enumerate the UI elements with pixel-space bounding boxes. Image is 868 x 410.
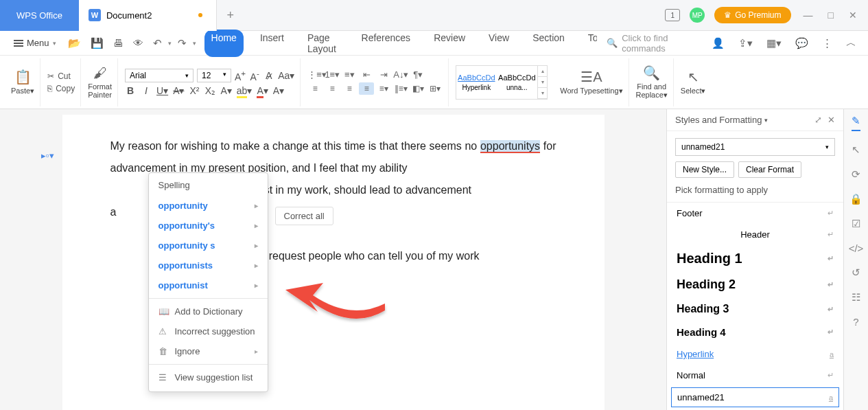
clear-format-icon[interactable]: A̷ [263,70,274,81]
maximize-button[interactable]: □ [825,7,836,23]
paste-button[interactable]: 📋 Paste▾ [11,69,34,95]
line-spacing-button[interactable]: ‖≡▾ [393,82,408,95]
rail-select-icon[interactable]: ↖ [852,144,860,156]
open-icon[interactable]: 📂 [64,35,84,52]
shrink-font-icon[interactable]: A- [249,69,260,82]
share-icon[interactable]: 👤 [708,35,728,52]
numbering-button[interactable]: 1≡▾ [325,69,340,80]
align-center-button[interactable]: ≡ [325,82,340,95]
close-button[interactable]: ✕ [846,7,860,23]
styles-gallery[interactable]: AaBbCcDd Hyperlink AaBbCcDd unna... ▴ ▾ … [456,65,548,100]
change-case-icon[interactable]: Aa▾ [278,70,294,81]
find-replace-button[interactable]: 🔍 Find and Replace▾ [636,65,668,100]
style-normal[interactable]: Normal↵ [667,365,843,386]
tab-tools[interactable]: To‹ › [581,30,597,57]
view-suggestion-list[interactable]: ☰View suggestion list [149,367,268,387]
ignore-suggestion[interactable]: 🗑Ignore▸ [149,341,268,361]
align-justify-button[interactable]: ≡ [359,82,374,95]
rail-history-icon[interactable]: ↺ [852,266,860,279]
suggestion-opportunitys-apostrophe[interactable]: opportunity's▸ [149,216,268,236]
rail-help-icon[interactable]: ? [853,316,858,328]
fill-button[interactable]: ◧▾ [410,82,425,95]
template-icon[interactable]: ▦▾ [763,35,785,52]
go-premium-button[interactable]: ♛Go Premium [714,7,790,23]
print-preview-icon[interactable]: 👁 [130,35,147,51]
styles-expand-button[interactable]: ▾ [538,88,547,99]
suggestion-opportunity-s[interactable]: opportunity s▸ [149,236,268,255]
feedback-icon[interactable]: 💬 [792,35,812,52]
copy-button[interactable]: ⎘Copy [47,84,75,93]
line-break-button[interactable]: ¶▾ [410,69,425,80]
tab-review[interactable]: Review [427,30,472,57]
font-select[interactable]: Arial▾ [125,69,193,82]
tab-view[interactable]: View [482,30,516,57]
format-painter-button[interactable]: 🖌 Format Painter [88,65,112,99]
text-effects-button[interactable]: A▾ [220,85,231,96]
font-size-select[interactable]: 12▾ [197,69,231,82]
suggestion-opportunity[interactable]: opportunity▸ [149,196,268,216]
italic-button[interactable]: I [141,85,152,96]
bullets-button[interactable]: ⋮≡▾ [307,69,322,80]
style-hyperlink[interactable]: AaBbCcDd Hyperlink [456,66,496,99]
rail-clipboard-icon[interactable]: ⟳ [852,168,860,181]
suggestion-opportunist[interactable]: opportunist▸ [149,275,268,295]
word-typesetting-button[interactable]: ☰A Word Typesetting▾ [560,69,622,95]
style-heading-1[interactable]: Heading 1↵ [667,245,843,272]
tab-insert[interactable]: Insert [253,30,291,57]
clear-format-button[interactable]: Clear Format [738,161,801,178]
new-style-button[interactable]: New Style... [675,161,734,178]
misspelled-word[interactable]: opportunitys [480,140,540,153]
decrease-indent-button[interactable]: ⇤ [359,69,374,80]
incorrect-suggestion[interactable]: ⚠Incorrect suggestion [149,321,268,341]
correct-all-button[interactable]: Correct all [275,207,333,225]
export-icon[interactable]: ⇪▾ [735,35,756,52]
pin-icon[interactable]: ⤢ [814,115,822,125]
styles-up-button[interactable]: ▴ [538,66,547,77]
page-side-icon[interactable]: ▸▫▾ [41,150,54,161]
close-panel-icon[interactable]: ✕ [828,115,835,125]
save-icon[interactable]: 💾 [87,35,107,52]
new-tab-button[interactable]: + [217,8,244,23]
menu-button[interactable]: Menu ▾ [8,36,62,50]
window-count-badge[interactable]: 1 [665,9,680,21]
multilevel-button[interactable]: ≡▾ [342,69,357,80]
minimize-button[interactable]: — [801,7,816,23]
style-footer[interactable]: Footer↵ [667,203,843,224]
bold-button[interactable]: B [125,85,136,96]
cut-button[interactable]: ✂Cut [47,71,75,81]
align-left-button[interactable]: ≡ [307,82,322,95]
style-heading-2[interactable]: Heading 2↵ [667,272,843,297]
rail-lock-icon[interactable]: 🔒 [849,193,863,205]
underline-button[interactable]: U▾ [156,85,168,96]
app-tab[interactable]: WPS Office [0,0,79,31]
undo-icon[interactable]: ↶ [150,35,165,52]
increase-indent-button[interactable]: ⇥ [376,69,391,80]
suggestion-opportunists[interactable]: opportunists▸ [149,255,268,275]
page[interactable]: My reason for wishing to make a change a… [62,115,605,410]
tab-page-layout[interactable]: Page Layout [301,30,345,57]
rail-styles-icon[interactable]: ✎ [852,115,860,131]
rail-layout-icon[interactable]: ☷ [852,291,860,304]
shading-button[interactable]: A▾ [273,85,284,96]
style-heading-3[interactable]: Heading 3↵ [667,297,843,321]
tab-references[interactable]: References [355,30,418,57]
highlight-button[interactable]: ab▾ [237,85,253,96]
more-icon[interactable]: ⋮ [819,35,836,52]
collapse-ribbon-icon[interactable]: ︿ [843,34,860,52]
style-heading-4[interactable]: Heading 4↵ [667,321,843,343]
borders-button[interactable]: ⊞▾ [427,82,443,95]
styles-down-button[interactable]: ▾ [538,77,547,88]
user-avatar[interactable]: MP [690,8,705,23]
redo-icon[interactable]: ↷ [174,35,190,52]
strikethrough-button[interactable]: A▾ [173,85,184,96]
style-unnamed[interactable]: AaBbCcDd unna... [497,66,537,99]
add-to-dictionary[interactable]: 📖Add to Dictionary [149,301,268,321]
distribute-button[interactable]: ≡▾ [376,82,391,95]
rail-form-icon[interactable]: ☑ [852,218,860,230]
tab-section[interactable]: Section [526,30,572,57]
style-header[interactable]: Header↵ [667,224,843,245]
align-right-button[interactable]: ≡ [342,82,357,95]
grow-font-icon[interactable]: A+ [235,69,246,82]
current-style-select[interactable]: unnamed21▾ [675,138,835,156]
font-color-button[interactable]: A▾ [257,85,268,96]
